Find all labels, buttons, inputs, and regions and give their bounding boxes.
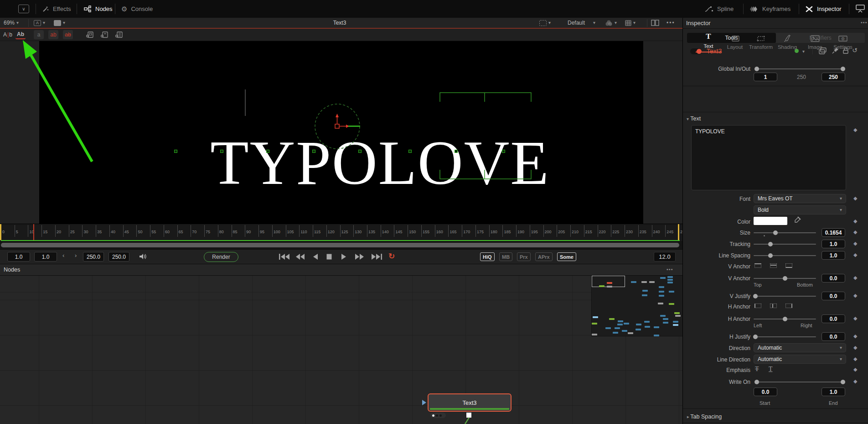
keyframe-diamond-text[interactable]: ◆ xyxy=(853,127,857,132)
strikethrough-button[interactable]: T xyxy=(755,366,759,373)
play-icon[interactable] xyxy=(341,254,346,260)
line-direction-dropdown[interactable]: Automatic▾ xyxy=(754,355,846,364)
text-scramble-modifier-icon[interactable] xyxy=(114,30,124,39)
split-view-icon[interactable] xyxy=(651,18,659,28)
buffer-dropdown[interactable]: ▾ xyxy=(54,18,65,28)
step-back-button[interactable]: ‹ xyxy=(62,252,64,259)
fast-forward-icon[interactable] xyxy=(355,254,364,260)
global-out-field[interactable]: 250 xyxy=(822,73,845,81)
tab-effects[interactable]: Effects xyxy=(42,0,71,18)
audio-icon[interactable] xyxy=(139,253,147,260)
keyframe-diamond-direction[interactable]: ◆ xyxy=(853,345,857,350)
follower-modifier-icon[interactable] xyxy=(85,30,95,39)
step-forward-button[interactable]: › xyxy=(75,252,77,259)
playhead[interactable] xyxy=(33,224,34,240)
render-end-field[interactable]: 250.0 xyxy=(83,252,104,262)
tab-inspector[interactable]: Inspector xyxy=(805,0,841,18)
quality-button-hiq[interactable]: HiQ xyxy=(480,252,495,261)
letter-baseline-marker[interactable] xyxy=(312,150,315,153)
tracking-field[interactable]: 1.0 xyxy=(822,240,845,248)
write-on-start-field[interactable]: 0.0 xyxy=(754,387,777,396)
fast-rewind-icon[interactable] xyxy=(295,254,305,260)
node-output-square[interactable] xyxy=(466,413,471,418)
h-anchor-center-button[interactable] xyxy=(770,304,777,308)
write-on-end-field[interactable]: 1.0 xyxy=(822,387,845,396)
global-end-field[interactable]: 250.0 xyxy=(108,252,129,262)
tab-image[interactable]: Image xyxy=(802,29,828,52)
v-anchor-middle-button[interactable] xyxy=(770,263,777,268)
letter-baseline-marker[interactable] xyxy=(220,150,223,153)
keyframe-diamond-size[interactable]: ◆ xyxy=(853,230,857,235)
timeline-scrollbar[interactable] xyxy=(0,241,682,249)
viewer-canvas[interactable]: TYPOLOVE xyxy=(39,41,643,224)
global-start-field[interactable]: 1.0 xyxy=(7,252,30,262)
tab-settings[interactable]: ⚙ Settings xyxy=(830,29,856,52)
loop-icon[interactable]: ↻ xyxy=(388,251,395,261)
tab-transform[interactable]: Transform xyxy=(748,29,774,52)
keyframe-diamond-line-spacing[interactable]: ◆ xyxy=(853,252,857,257)
time-ruler[interactable]: 0510152025303540455055606570758085909510… xyxy=(0,224,682,241)
tab-spline[interactable]: Spline xyxy=(704,0,734,18)
goto-start-icon[interactable] xyxy=(279,254,290,260)
line-level-styling-icon[interactable]: ab xyxy=(63,30,73,39)
node-graph-minimap[interactable] xyxy=(591,276,682,336)
letter-baseline-marker[interactable] xyxy=(174,150,177,153)
keyframe-diamond-line-direction[interactable]: ◆ xyxy=(853,356,857,361)
stop-icon[interactable] xyxy=(326,254,332,260)
keyframe-diamond-v-anchor[interactable]: ◆ xyxy=(853,275,857,280)
tab-keyframes[interactable]: Keyframes xyxy=(749,0,790,18)
scrollbar-thumb[interactable] xyxy=(1,243,679,247)
font-weight-dropdown[interactable]: Bold▾ xyxy=(754,205,846,215)
write-on-slider[interactable] xyxy=(755,382,845,382)
v-anchor-top-button[interactable] xyxy=(754,263,761,268)
node-input-triangle[interactable] xyxy=(422,400,426,405)
toolbar-select-icon[interactable]: ∨ xyxy=(18,5,29,13)
letter-baseline-marker[interactable] xyxy=(502,150,505,153)
character-shape-modifier-icon[interactable] xyxy=(99,30,109,39)
size-slider[interactable] xyxy=(754,232,816,233)
h-anchor-right-button[interactable] xyxy=(785,304,792,308)
color-controls-dropdown[interactable]: ▾ xyxy=(605,18,617,28)
styled-text-input[interactable]: TYPOLOVE xyxy=(691,125,846,190)
font-family-dropdown[interactable]: Mrs Eaves OT▾ xyxy=(754,194,846,203)
v-anchor-bottom-button[interactable] xyxy=(785,263,792,268)
section-tab-spacing-header[interactable]: ▾ Tab Spacing xyxy=(687,414,722,420)
keyframe-diamond-h-anchor[interactable]: ◆ xyxy=(853,316,857,321)
v-justify-field[interactable]: 0.0 xyxy=(822,292,845,300)
tab-layout[interactable]: Layout xyxy=(722,29,748,52)
quality-button-aprx[interactable]: APrx xyxy=(535,252,553,261)
quality-button-some[interactable]: Some xyxy=(557,252,576,261)
h-anchor-slider[interactable] xyxy=(754,319,816,319)
letter-baseline-marker[interactable] xyxy=(408,150,412,153)
h-justify-slider[interactable] xyxy=(754,336,816,337)
tab-shading[interactable]: Shading xyxy=(775,29,800,52)
line-spacing-field[interactable]: 1.0 xyxy=(822,251,845,260)
tab-console[interactable]: ⚙ Console xyxy=(121,0,153,18)
h-justify-field[interactable]: 0.0 xyxy=(822,332,845,341)
node-graph-canvas[interactable]: Text3 xyxy=(0,276,682,424)
keyframe-diamond-color[interactable]: ◆ xyxy=(853,219,857,224)
char-level-styling-icon[interactable]: a xyxy=(34,30,44,39)
global-inout-slider[interactable] xyxy=(755,68,845,69)
tab-nodes[interactable]: Nodes xyxy=(84,0,113,18)
collapse-panel-icon[interactable] xyxy=(855,4,865,14)
goto-end-icon[interactable] xyxy=(371,254,382,260)
roi-dropdown[interactable]: ▾ xyxy=(539,18,551,28)
guides-dropdown[interactable]: ▾ xyxy=(625,18,636,28)
size-field[interactable]: 0.1654 xyxy=(822,228,845,237)
quality-button-mb[interactable]: MB xyxy=(499,252,512,261)
h-anchor-field[interactable]: 0.0 xyxy=(822,314,845,323)
lut-dropdown[interactable]: Default▾ xyxy=(568,18,595,28)
section-text-header[interactable]: ▾ Text xyxy=(687,115,701,122)
nodes-more-icon[interactable]: ••• xyxy=(666,267,673,272)
tab-text[interactable]: T Text xyxy=(696,29,721,52)
color-swatch[interactable] xyxy=(754,217,787,225)
text-cursor-tool-icon[interactable]: A|b xyxy=(3,30,13,39)
line-spacing-slider[interactable] xyxy=(754,255,816,256)
text-select-tool-icon[interactable]: Ab xyxy=(16,30,26,39)
keyframe-diamond-tracking[interactable]: ◆ xyxy=(853,241,857,246)
render-button[interactable]: Render xyxy=(204,252,238,262)
h-anchor-left-button[interactable] xyxy=(754,304,761,308)
keyframe-diamond-v-justify[interactable]: ◆ xyxy=(853,293,857,298)
inspector-more-icon[interactable]: ••• xyxy=(861,20,868,25)
